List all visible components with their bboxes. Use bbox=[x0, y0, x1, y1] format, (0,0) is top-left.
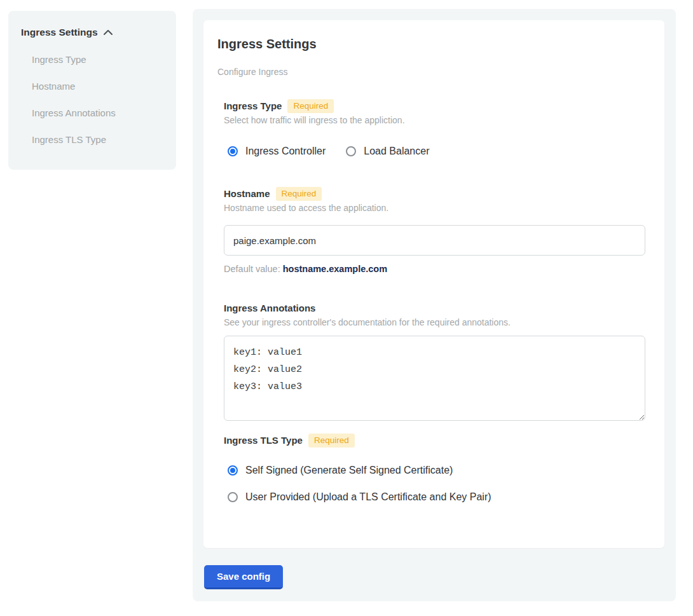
page-subtitle: Configure Ingress bbox=[217, 66, 645, 78]
annotations-label: Ingress Annotations bbox=[224, 301, 315, 315]
sidebar-item-ingress-tls-type[interactable]: Ingress TLS Type bbox=[21, 134, 163, 145]
ingress-settings-card: Ingress Settings Configure Ingress Ingre… bbox=[203, 20, 664, 548]
hostname-input[interactable] bbox=[224, 225, 645, 256]
chevron-up-icon bbox=[103, 27, 113, 38]
radio-label: User Provided (Upload a TLS Certificate … bbox=[245, 491, 491, 503]
section-ingress-annotations: Ingress Annotations See your ingress con… bbox=[224, 301, 645, 421]
hostname-default-line: Default value: hostname.example.com bbox=[224, 263, 645, 275]
radio-option-self-signed[interactable]: Self Signed (Generate Self Signed Certif… bbox=[228, 463, 645, 478]
annotations-textarea[interactable]: key1: value1 key2: value2 key3: value3 bbox=[224, 336, 645, 421]
sidebar-items: Ingress Type Hostname Ingress Annotation… bbox=[21, 54, 163, 145]
ingress-type-help: Select how traffic will ingress to the a… bbox=[224, 114, 645, 126]
default-value-prefix: Default value: bbox=[224, 264, 283, 274]
required-badge: Required bbox=[308, 434, 355, 448]
radio-load-balancer[interactable] bbox=[346, 146, 356, 156]
sidebar-item-ingress-annotations[interactable]: Ingress Annotations bbox=[21, 107, 163, 118]
sidebar-item-ingress-type[interactable]: Ingress Type bbox=[21, 54, 163, 65]
sidebar-item-hostname[interactable]: Hostname bbox=[21, 81, 163, 92]
default-value-text: hostname.example.com bbox=[283, 264, 387, 274]
sidebar-group-label: Ingress Settings bbox=[21, 27, 98, 38]
annotations-help: See your ingress controller's documentat… bbox=[224, 317, 645, 328]
ingress-type-radio-group: Ingress Controller Load Balancer bbox=[228, 144, 645, 159]
config-nav-sidebar: Ingress Settings Ingress Type Hostname I… bbox=[8, 11, 176, 170]
radio-option-user-provided[interactable]: User Provided (Upload a TLS Certificate … bbox=[228, 489, 645, 505]
sidebar-group-ingress-settings[interactable]: Ingress Settings bbox=[21, 27, 163, 38]
hostname-help: Hostname used to access the application. bbox=[224, 202, 645, 214]
radio-ingress-controller[interactable] bbox=[228, 146, 238, 156]
section-ingress-type: Ingress Type Required Select how traffic… bbox=[224, 99, 645, 159]
tls-type-label: Ingress TLS Type bbox=[224, 434, 303, 448]
radio-self-signed[interactable] bbox=[228, 465, 238, 476]
radio-label: Self Signed (Generate Self Signed Certif… bbox=[245, 465, 453, 476]
radio-label: Ingress Controller bbox=[245, 146, 326, 157]
required-badge: Required bbox=[276, 187, 322, 201]
section-hostname: Hostname Required Hostname used to acces… bbox=[224, 187, 645, 275]
ingress-type-label: Ingress Type bbox=[224, 99, 282, 113]
radio-label: Load Balancer bbox=[364, 146, 429, 157]
radio-user-provided[interactable] bbox=[228, 492, 238, 502]
section-ingress-tls-type: Ingress TLS Type Required Self Signed (G… bbox=[224, 434, 645, 505]
tls-type-radio-group: Self Signed (Generate Self Signed Certif… bbox=[228, 463, 645, 505]
radio-option-load-balancer[interactable]: Load Balancer bbox=[346, 144, 429, 159]
required-badge: Required bbox=[287, 99, 334, 113]
page-title: Ingress Settings bbox=[217, 36, 645, 52]
save-config-button[interactable]: Save config bbox=[204, 565, 283, 589]
hostname-label: Hostname bbox=[224, 187, 270, 201]
radio-option-ingress-controller[interactable]: Ingress Controller bbox=[228, 144, 326, 159]
config-panel: Ingress Settings Configure Ingress Ingre… bbox=[193, 9, 676, 601]
